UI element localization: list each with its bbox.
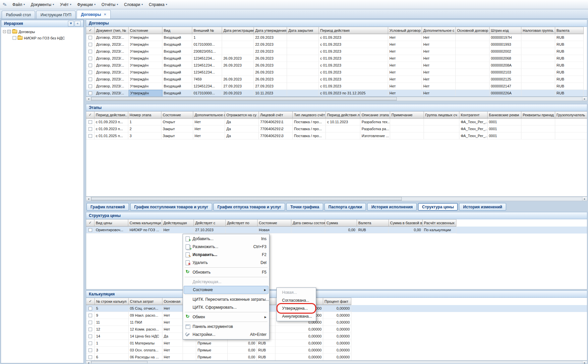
detail-tab-4[interactable]: Паспорта сделки [324,203,366,211]
row-checkbox[interactable] [88,50,92,53]
context-menu-item-8[interactable]: Состояние▶ [184,286,268,294]
row-checkbox[interactable] [88,43,92,46]
row-checkbox-cell[interactable] [86,34,95,41]
tree-expander-icon[interactable]: − [3,30,6,33]
tree-node-0[interactable]: −Договоры [2,28,83,35]
row-checkbox[interactable] [88,91,92,95]
row-checkbox[interactable] [88,355,92,359]
row-checkbox-cell[interactable] [86,55,95,62]
column-header[interactable]: Сумма [325,219,357,227]
row-checkbox[interactable] [88,36,92,39]
table-row[interactable]: 1414 Цена без НДСДаПрямые0,00RUB0,000000… [86,333,587,340]
table-row[interactable]: с 01.01.2025 п...3ЗакрытНетДа7706406291\… [86,132,587,139]
column-header[interactable]: Действующая [162,219,194,227]
column-header[interactable]: Номер этапа [128,111,161,119]
submenu-item-3[interactable]: Аннулирована... [277,312,315,320]
context-menu-item-11[interactable]: ЦИТК. Сформировать... [184,303,268,311]
scroll-left-icon[interactable]: ◄ [86,197,91,201]
column-header[interactable]: Действует с [194,219,226,227]
row-checkbox[interactable] [88,71,92,74]
context-menu-item-0[interactable]: Добавить...Ins [184,235,268,243]
row-checkbox[interactable] [88,127,92,131]
column-header[interactable]: Состояние [161,111,193,119]
table-row[interactable]: Договор, 2023/...УтверждёнВходящий123451… [86,69,587,76]
row-checkbox[interactable] [88,321,92,324]
column-header[interactable]: Реквизиты принад [521,111,555,119]
column-header[interactable]: № строки калькул [95,298,129,305]
table-row[interactable]: 1212 Комм. расхо...НетПрямые0,00RUB0,000… [86,326,587,333]
column-header[interactable]: Лицевой счёт [259,111,293,119]
column-header[interactable]: Контрагент [459,111,488,119]
column-header[interactable]: Расчёт косвенных [423,219,456,227]
column-header[interactable]: Период действия [319,27,388,34]
column-header[interactable]: Документ (тип, № [95,27,129,34]
column-header[interactable]: Вид [162,27,192,34]
row-checkbox[interactable] [88,341,92,345]
row-checkbox[interactable] [88,57,92,60]
row-checkbox-cell[interactable] [86,354,95,361]
column-header[interactable]: Дополнительное с [422,27,456,34]
table-row[interactable]: Договор, 2023/...УтверждёнВходящий123451… [86,55,587,62]
scrollbar-track[interactable] [147,361,582,363]
column-header[interactable]: Условный договор [388,27,422,34]
table-row[interactable]: Договор, 2023/...УтверждёнВходящий123451… [86,62,587,69]
column-header[interactable]: Грузополучатель [555,111,587,119]
scrollbar-thumb[interactable] [91,197,402,201]
row-checkbox[interactable] [88,84,92,88]
close-icon[interactable]: ✕ [104,13,106,16]
column-header[interactable]: Процент факт [323,298,351,305]
row-checkbox-cell[interactable] [86,326,95,333]
table-row[interactable]: с 01.09.2023 п...2ЗакрытНетДа7706406291\… [86,126,587,132]
table-row[interactable]: Договор, 2023/...УтверждёнВходящий123451… [86,83,587,90]
column-header[interactable]: Период действия л [326,111,360,119]
row-checkbox-cell[interactable] [86,227,94,234]
tab-0[interactable]: Рабочий стол [2,11,35,19]
row-checkbox-cell[interactable] [86,76,95,83]
column-header[interactable]: Отражается на су [225,111,259,119]
context-menu-item-3[interactable]: УдалитьDel [184,259,268,267]
menu-item-1[interactable]: Документы▾ [28,1,57,9]
column-header[interactable]: Основная [162,298,183,305]
table-row[interactable]: 303 Осн. оплата...НетПрямые0,00RUB0,0000… [86,347,587,354]
tree-checkbox[interactable] [7,30,11,33]
column-header[interactable]: Банковские рекви [488,111,521,119]
menu-item-6[interactable]: Справка▾ [146,1,170,9]
column-header[interactable]: Статья затрат [129,298,162,305]
row-checkbox-cell[interactable] [86,126,94,132]
hierarchy-collapse-button[interactable]: « [75,21,81,26]
scroll-left-icon[interactable]: ◄ [86,97,91,101]
row-checkbox-cell[interactable] [86,333,95,340]
hierarchy-filter-button[interactable] [68,21,74,26]
row-checkbox-cell[interactable] [86,305,95,312]
column-header[interactable]: Дополнительное с [193,111,225,119]
contracts-hscrollbar[interactable]: ◄ ► [86,97,587,101]
row-checkbox-cell[interactable] [86,119,94,126]
column-header[interactable]: Состояние [129,27,162,34]
column-header[interactable]: Схема калькуляци [128,219,162,227]
column-header[interactable]: Штрих-код [490,27,521,34]
context-menu-item-13[interactable]: Обмен▶ [184,313,268,321]
menu-item-2[interactable]: Учёт▾ [57,1,74,9]
row-checkbox[interactable] [88,64,92,67]
row-checkbox[interactable] [88,120,92,124]
scroll-right-icon[interactable]: ► [582,197,587,201]
detail-tab-3[interactable]: Точки графика [286,203,323,211]
column-header[interactable]: ✓ [86,27,95,34]
detail-tab-6[interactable]: Структура цены [418,203,458,211]
row-checkbox-cell[interactable] [86,319,95,326]
submenu-item-1[interactable]: Согласована... [277,296,315,304]
scrollbar-thumb[interactable] [91,361,147,363]
table-row[interactable]: 909 Накл. расхо...НетПрямые0,00RUB0,0000… [86,312,587,319]
row-checkbox[interactable] [88,328,92,331]
column-header[interactable]: Сумма в базовой в [389,219,423,227]
row-checkbox-cell[interactable] [86,62,95,69]
menu-item-3[interactable]: Функции▾ [74,1,98,9]
menu-item-4[interactable]: Отчёты▾ [98,1,121,9]
detail-tab-2[interactable]: График отпуска товаров и услуг [213,203,285,211]
column-header[interactable]: Внешний № [192,27,222,34]
table-row[interactable]: 606 Расходы на ...НетПрямые0,00RUB0,0000… [86,354,587,361]
column-header[interactable]: Состояние [258,219,291,227]
column-header[interactable]: Дата регистрации [222,27,254,34]
column-header[interactable]: ✓ [86,111,94,119]
context-menu-item-10[interactable]: ЦИТК. Пересчитать косвенные затраты... [184,295,268,303]
